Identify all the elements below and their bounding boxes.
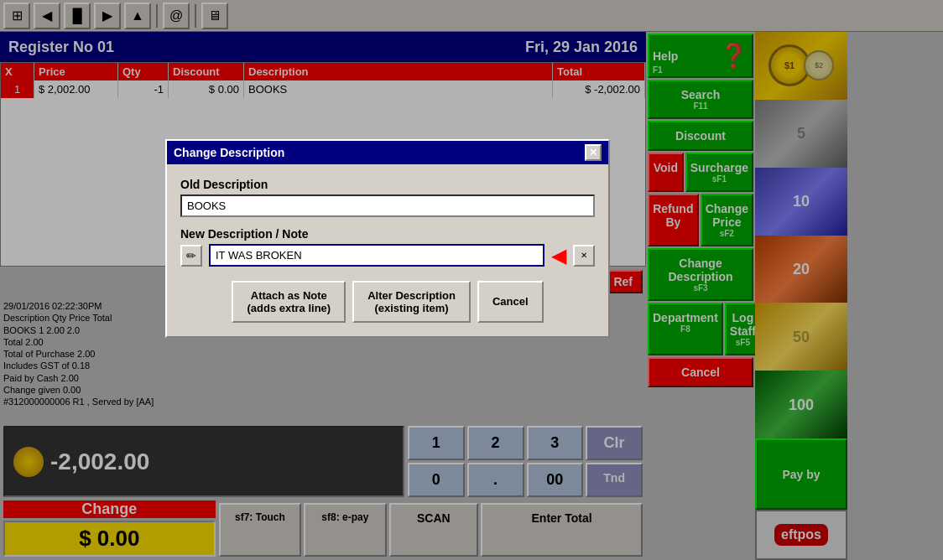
modal-titlebar: Change Description ✕	[167, 141, 608, 164]
old-desc-input[interactable]	[180, 194, 595, 217]
new-desc-label: New Description / Note	[180, 227, 595, 241]
attach-note-btn[interactable]: Attach as Note(adds extra line)	[232, 281, 346, 323]
modal-close-button[interactable]: ✕	[585, 144, 602, 161]
new-desc-row: ✏ ◀ ✕	[180, 244, 595, 267]
red-arrow-icon: ◀	[551, 244, 566, 267]
pen-icon: ✏	[180, 245, 202, 267]
modal-body: Old Description New Description / Note ✏…	[167, 164, 608, 336]
modal-overlay: Change Description ✕ Old Description New…	[0, 0, 943, 560]
modal-cancel-btn[interactable]: Cancel	[477, 281, 544, 323]
modal-title: Change Description	[174, 146, 284, 159]
alter-description-btn[interactable]: Alter Description(existing item)	[352, 281, 471, 323]
old-desc-label: Old Description	[180, 178, 595, 191]
new-desc-clear-button[interactable]: ✕	[573, 245, 595, 267]
new-desc-input[interactable]	[209, 244, 544, 267]
modal-buttons: Attach as Note(adds extra line) Alter De…	[180, 281, 595, 323]
change-description-modal: Change Description ✕ Old Description New…	[165, 139, 610, 338]
